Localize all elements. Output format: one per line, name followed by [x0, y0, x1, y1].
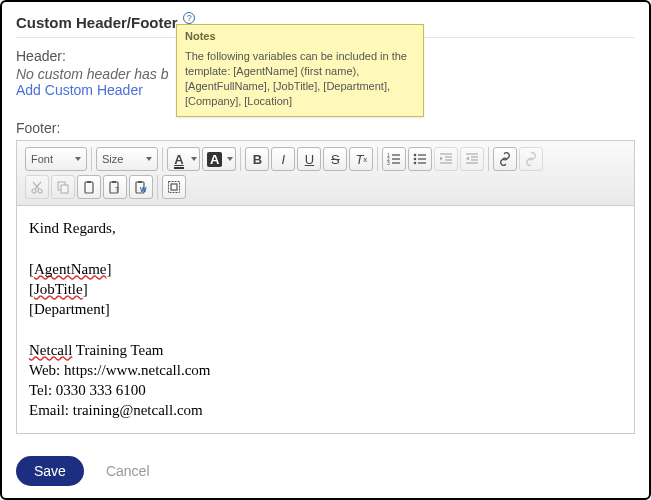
tooltip-heading: Notes — [177, 25, 423, 45]
svg-text:W: W — [140, 186, 147, 193]
svg-rect-28 — [85, 182, 93, 193]
svg-marker-21 — [466, 157, 469, 161]
unlink-button[interactable] — [519, 147, 543, 171]
section-title: Custom Header/Footer — [16, 14, 178, 31]
font-combo-label: Font — [31, 153, 53, 165]
svg-rect-37 — [171, 184, 177, 190]
tooltip-body: The following variables can be included … — [177, 45, 423, 116]
svg-text:T: T — [115, 186, 120, 193]
notes-tooltip: Notes The following variables can be inc… — [176, 24, 424, 117]
italic-button[interactable]: I — [271, 147, 295, 171]
svg-rect-36 — [169, 182, 180, 193]
footer-block: Footer: Font Size — [16, 120, 635, 434]
indent-button[interactable] — [460, 147, 484, 171]
chevron-down-icon — [146, 157, 152, 161]
svg-rect-29 — [87, 181, 91, 183]
select-all-button[interactable] — [162, 175, 186, 199]
editor-line: Email: training@netcall.com — [29, 400, 622, 420]
text-color-dropdown[interactable] — [188, 147, 200, 171]
font-combo[interactable]: Font — [25, 147, 87, 171]
svg-point-8 — [414, 162, 417, 165]
numbered-list-button[interactable]: 123 — [382, 147, 406, 171]
cut-button[interactable] — [25, 175, 49, 199]
help-icon[interactable]: ? — [183, 12, 195, 24]
paste-word-button[interactable]: W — [129, 175, 153, 199]
svg-point-7 — [414, 158, 417, 161]
editor-line: Tel: 0330 333 6100 — [29, 380, 622, 400]
action-bar: Save Cancel — [16, 456, 635, 486]
editor-line: [AgentName] — [29, 259, 622, 279]
svg-rect-31 — [112, 181, 116, 183]
size-combo[interactable]: Size — [96, 147, 158, 171]
save-button[interactable]: Save — [16, 456, 84, 486]
chevron-down-icon — [191, 157, 197, 161]
paste-button[interactable] — [77, 175, 101, 199]
chevron-down-icon — [227, 157, 233, 161]
editor-content[interactable]: Kind Regards, [AgentName] [JobTitle] [De… — [17, 206, 634, 433]
svg-point-22 — [32, 189, 36, 193]
editor-line: Kind Regards, — [29, 218, 622, 238]
editor-line: [Department] — [29, 299, 622, 319]
cancel-button[interactable]: Cancel — [100, 462, 156, 480]
bold-button[interactable]: B — [245, 147, 269, 171]
size-combo-label: Size — [102, 153, 123, 165]
bullet-list-button[interactable] — [408, 147, 432, 171]
link-button[interactable] — [493, 147, 517, 171]
editor-line: Web: https://www.netcall.com — [29, 360, 622, 380]
chevron-down-icon — [75, 157, 81, 161]
svg-point-6 — [414, 154, 417, 157]
svg-rect-34 — [138, 181, 142, 183]
svg-point-23 — [38, 189, 42, 193]
copy-button[interactable] — [51, 175, 75, 199]
svg-rect-27 — [61, 185, 68, 193]
editor-line: Netcall Training Team — [29, 340, 622, 360]
underline-button[interactable]: U — [297, 147, 321, 171]
editor-line: [JobTitle] — [29, 279, 622, 299]
paste-text-button[interactable]: T — [103, 175, 127, 199]
svg-marker-16 — [440, 157, 443, 161]
rich-text-editor: Font Size A A — [16, 140, 635, 434]
clear-format-button[interactable]: Tx — [349, 147, 373, 171]
editor-toolbar: Font Size A A — [17, 141, 634, 206]
footer-label: Footer: — [16, 120, 635, 136]
bg-color-dropdown[interactable] — [224, 147, 236, 171]
outdent-button[interactable] — [434, 147, 458, 171]
svg-text:3: 3 — [387, 160, 390, 166]
custom-header-footer-panel: Custom Header/Footer ? Notes The followi… — [0, 0, 651, 500]
strike-button[interactable]: S — [323, 147, 347, 171]
